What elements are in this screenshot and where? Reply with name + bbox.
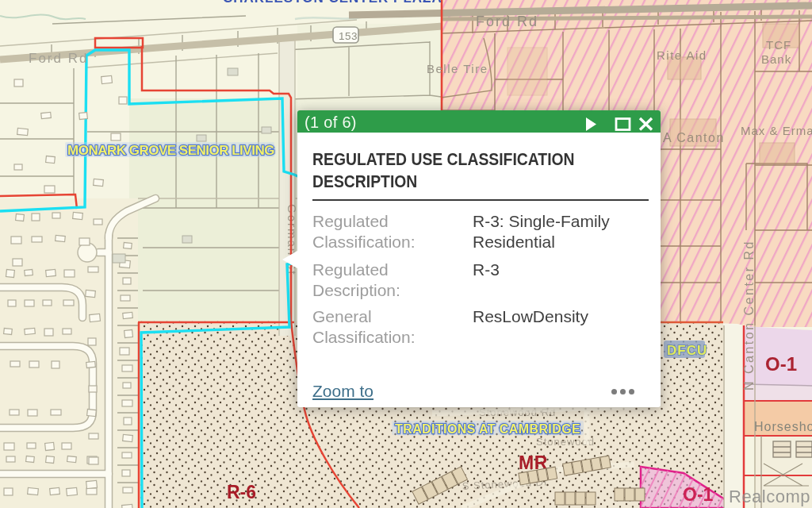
svg-text:TCF: TCF (766, 38, 791, 52)
svg-text:Max & Erma: Max & Erma (741, 124, 812, 137)
svg-text:MONARK GROVE SENIOR LIVING: MONARK GROVE SENIOR LIVING (67, 143, 274, 158)
svg-text:Rite Aid: Rite Aid (657, 48, 707, 62)
svg-text:Ford Rd: Ford Rd (29, 51, 88, 66)
svg-text:CHARLESTON CENTER PLAZA: CHARLESTON CENTER PLAZA (223, 0, 442, 6)
svg-text:TRADITIONS AT CAMBRIDGE: TRADITIONS AT CAMBRIDGE (395, 422, 580, 436)
svg-text:O-1: O-1 (683, 484, 714, 505)
svg-text:R-6: R-6 (227, 482, 256, 502)
svg-text:DFCU: DFCU (667, 343, 707, 358)
svg-text:153: 153 (339, 30, 358, 42)
svg-text:O-1: O-1 (765, 353, 797, 375)
svg-text:Horsesho: Horsesho (754, 420, 812, 433)
svg-text:Bank: Bank (761, 52, 791, 66)
svg-text:Belle Tire: Belle Tire (427, 62, 488, 75)
svg-text:N Canton Center Rd: N Canton Center Rd (742, 240, 756, 391)
svg-text:A Canton: A Canton (663, 131, 725, 144)
svg-text:Ford Rd: Ford Rd (476, 13, 538, 29)
